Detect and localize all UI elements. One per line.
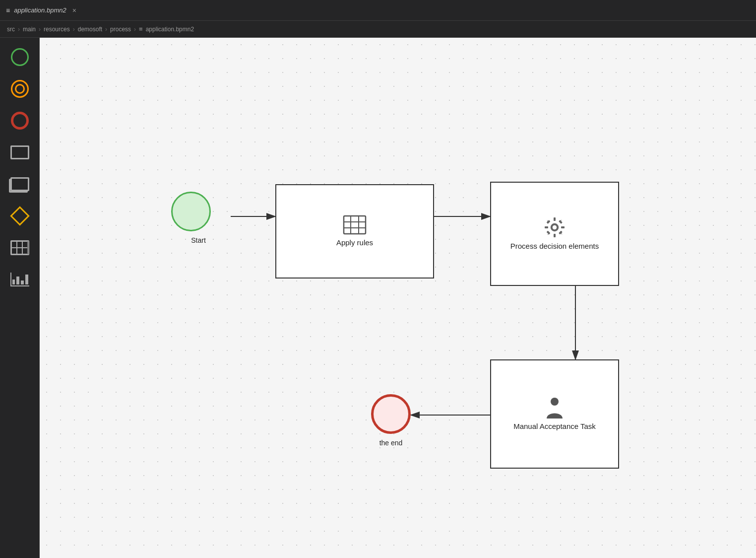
svg-rect-19 — [559, 231, 563, 235]
apply-rules-label: Apply rules — [336, 238, 373, 248]
process-decision-node[interactable]: Process decision elements — [490, 182, 619, 286]
sep4: › — [105, 26, 107, 33]
svg-rect-16 — [547, 220, 551, 224]
sidebar — [0, 38, 40, 558]
sidebar-item-subprocess[interactable] — [5, 170, 34, 199]
dmn-task-icon — [10, 240, 29, 255]
tab-title: application.bpmn2 — [14, 6, 66, 14]
svg-rect-17 — [559, 220, 563, 224]
start-label: Start — [179, 236, 218, 244]
svg-rect-12 — [554, 217, 556, 221]
sep2: › — [39, 26, 41, 33]
end-event-icon — [11, 112, 29, 130]
main-layout: Start Apply rules — [0, 38, 756, 558]
process-decision-label: Process decision elements — [510, 241, 599, 251]
sidebar-item-end-event[interactable] — [5, 106, 34, 135]
manual-acceptance-node[interactable]: Manual Acceptance Task — [490, 359, 619, 469]
svg-point-20 — [551, 398, 559, 406]
close-tab-button[interactable]: × — [72, 6, 76, 14]
gateway-icon — [10, 206, 30, 226]
start-event-shape — [171, 192, 211, 231]
start-node[interactable] — [171, 192, 211, 231]
breadcrumb: src › main › resources › demosoft › proc… — [0, 21, 756, 38]
sidebar-item-gateway[interactable] — [5, 202, 34, 230]
svg-rect-18 — [547, 231, 551, 235]
svg-rect-5 — [344, 216, 366, 234]
bpmn-canvas[interactable]: Start Apply rules — [40, 38, 756, 558]
apply-rules-icon — [343, 215, 367, 235]
arrows-layer — [40, 38, 756, 558]
breadcrumb-resources[interactable]: resources — [44, 26, 70, 33]
sep5: › — [134, 26, 136, 33]
svg-rect-15 — [561, 226, 565, 228]
svg-rect-13 — [554, 234, 556, 237]
start-event-icon — [11, 48, 29, 66]
breadcrumb-main[interactable]: main — [23, 26, 36, 33]
task-icon — [10, 145, 29, 159]
title-bar: ≡ application.bpmn2 × — [0, 0, 756, 21]
breadcrumb-demosoft[interactable]: demosoft — [78, 26, 102, 33]
svg-point-11 — [552, 225, 558, 230]
sidebar-item-start-event[interactable] — [5, 43, 34, 71]
end-label: the end — [371, 439, 411, 447]
process-decision-icon — [544, 216, 566, 238]
end-event-shape — [371, 394, 411, 434]
breadcrumb-file-icon: ≡ — [139, 25, 143, 33]
apply-rules-node[interactable]: Apply rules — [275, 184, 434, 279]
svg-rect-14 — [545, 226, 548, 228]
sidebar-item-data-object[interactable] — [5, 265, 34, 294]
data-object-icon — [10, 273, 29, 286]
sidebar-item-intermediate-event[interactable] — [5, 74, 34, 103]
manual-acceptance-label: Manual Acceptance Task — [513, 421, 596, 431]
breadcrumb-filename[interactable]: application.bpmn2 — [146, 26, 194, 33]
breadcrumb-process[interactable]: process — [110, 26, 131, 33]
sidebar-item-dmn-task[interactable] — [5, 233, 34, 262]
manual-acceptance-icon — [545, 397, 565, 418]
subprocess-icon — [10, 177, 29, 191]
sep3: › — [73, 26, 75, 33]
bpmn-file-icon: ≡ — [6, 6, 10, 14]
breadcrumb-src[interactable]: src — [7, 26, 15, 33]
sidebar-item-task[interactable] — [5, 138, 34, 167]
sep1: › — [18, 26, 20, 33]
intermediate-event-icon — [11, 80, 29, 98]
end-node[interactable] — [371, 394, 411, 434]
